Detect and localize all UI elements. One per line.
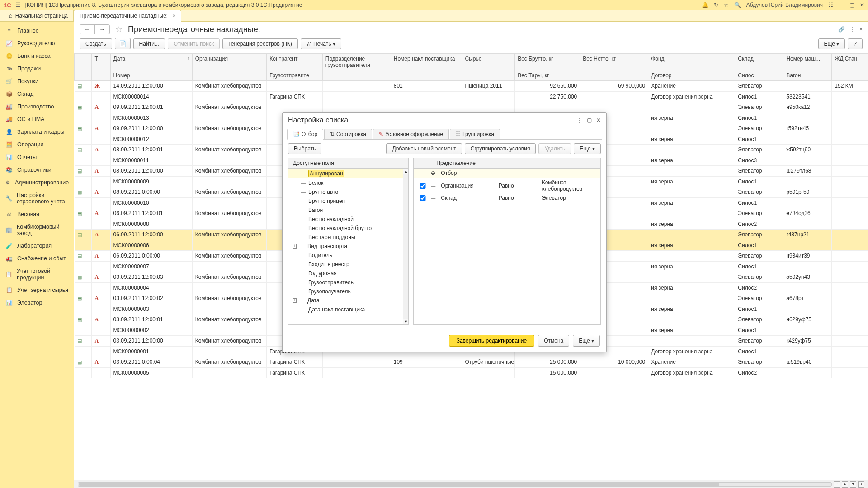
available-field[interactable]: —Вес по накладной брутто (288, 224, 403, 233)
more-icon[interactable]: ⋮ (849, 26, 855, 33)
col-subheader[interactable] (75, 70, 92, 81)
tab-grouping[interactable]: ☷ Группировка (450, 129, 500, 139)
col-header[interactable]: Номер маш... (783, 54, 832, 70)
footer-more-button[interactable]: Еще ▾ (573, 335, 600, 347)
col-subheader[interactable]: Вес Тары, кг (515, 70, 580, 81)
find-button[interactable]: Найти... (133, 38, 165, 49)
sidebar-item-2[interactable]: 🪙Банк и касса (0, 50, 74, 62)
col-header[interactable]: Вес Нетто, кг (580, 54, 648, 70)
close-window-icon[interactable]: ✕ (860, 2, 864, 8)
col-header[interactable]: Склад (735, 54, 783, 70)
col-subheader[interactable] (322, 70, 391, 81)
close-page-icon[interactable]: × (859, 26, 863, 33)
condition-row[interactable]: —СкладРавноЭлеватор (414, 193, 600, 202)
scroll-down-icon[interactable]: ▼ (850, 481, 856, 488)
sidebar-item-4[interactable]: 🛒Покупки (0, 75, 74, 88)
available-field[interactable]: —Дата накл поставщика (288, 305, 403, 314)
col-header[interactable] (75, 54, 92, 70)
settings-icon[interactable]: ☷ (828, 2, 833, 8)
condition-row[interactable]: —ОрганизацияРавноКомбинат хлебопродуктов (414, 178, 600, 193)
scroll-bottom-icon[interactable]: ⤓ (858, 481, 864, 488)
group-conditions-button[interactable]: Сгруппировать условия (465, 143, 536, 154)
more-button[interactable]: Еще ▾ (818, 38, 845, 49)
table-row-sub[interactable]: МСК00000005Гагарина СПК15 000,000Договор… (75, 368, 868, 378)
create-button[interactable]: Создать (80, 38, 112, 49)
print-button[interactable]: 🖨 Печать ▾ (301, 38, 341, 49)
expand-icon[interactable]: + (293, 298, 297, 303)
sidebar-item-7[interactable]: 🚚ОС и НМА (0, 113, 74, 126)
col-header[interactable]: Сырье (462, 54, 515, 70)
col-header[interactable]: ЖД Стан (832, 54, 868, 70)
sidebar-item-9[interactable]: 🧮Операции (0, 138, 74, 151)
scroll-top-icon[interactable]: ⤒ (834, 481, 840, 488)
table-row-sub[interactable]: МСК00000014Гагарина СПК22 750,000Договор… (75, 92, 868, 102)
available-field[interactable]: —Аннулирован (288, 169, 403, 178)
select-button[interactable]: Выбрать (288, 143, 321, 154)
available-field[interactable]: —Вес тары поддоны (288, 233, 403, 242)
tab-close-icon[interactable]: × (172, 13, 175, 19)
col-subheader[interactable] (832, 70, 868, 81)
col-subheader[interactable] (391, 70, 462, 81)
available-fields-list[interactable]: —Аннулирован—Белок—Брутто авто—Брутто пр… (288, 169, 403, 324)
sidebar-item-16[interactable]: 🧪Лаборатория (0, 239, 74, 252)
horizontal-scrollbar[interactable]: ⤒ ▲ ▼ ⤓ (74, 480, 868, 488)
delete-button[interactable]: Удалить (538, 143, 571, 154)
available-field[interactable]: —Брутто прицеп (288, 197, 403, 206)
available-field[interactable]: —Вес по накладной (288, 215, 403, 224)
condition-root[interactable]: ⊖Отбор (414, 169, 600, 178)
available-field[interactable]: +—Дата (288, 296, 403, 305)
history-icon[interactable]: ↻ (714, 2, 718, 8)
table-row[interactable]: ▤Ж14.09.2011 12:00:00Комбинат хлебопроду… (75, 81, 868, 92)
available-field[interactable]: —Брутто авто (288, 188, 403, 197)
sidebar-item-5[interactable]: 📦Склад (0, 88, 74, 100)
col-subheader[interactable]: Вагон (783, 70, 832, 81)
sidebar-item-19[interactable]: 📋Учет зерна и сырья (0, 284, 74, 296)
nav-back-icon[interactable]: ← (80, 25, 95, 34)
sidebar-item-13[interactable]: 🔧Настройки отраслевого учета (0, 189, 74, 208)
available-field[interactable]: —Вагон (288, 206, 403, 215)
tab-selection[interactable]: 📑 Отбор (287, 129, 323, 140)
cancel-find-button[interactable]: Отменить поиск (168, 38, 220, 49)
tab-invoices[interactable]: Приемо-передаточные накладные: × (74, 10, 181, 22)
available-field[interactable]: —Грузополучатель (288, 287, 403, 296)
sidebar-item-8[interactable]: 👤Зарплата и кадры (0, 126, 74, 138)
sidebar-item-18[interactable]: 📋Учет готовой продукции (0, 265, 74, 284)
sidebar-item-12[interactable]: ⚙Администрирование (0, 176, 74, 189)
col-subheader[interactable]: Грузоотправите (267, 70, 322, 81)
available-field[interactable]: —Грузоотправитель (288, 278, 403, 287)
col-header[interactable]: Контрагент (267, 54, 322, 70)
generate-button[interactable]: Генерация реестров (ПК) (222, 38, 298, 49)
col-header[interactable]: Дата↑ (110, 54, 192, 70)
sidebar-item-17[interactable]: 🚛Снабжение и сбыт (0, 252, 74, 265)
sidebar-item-20[interactable]: 📊Элеватор (0, 296, 74, 309)
sidebar-item-1[interactable]: 📈Руководителю (0, 37, 74, 50)
col-subheader[interactable]: Номер (110, 70, 192, 81)
scroll-up-icon[interactable]: ▲ (842, 481, 848, 488)
list-scrollbar[interactable]: ▲▼ (403, 169, 408, 324)
expand-icon[interactable]: + (293, 244, 297, 249)
col-subheader[interactable] (462, 70, 515, 81)
col-subheader[interactable] (192, 70, 267, 81)
dialog-maximize-icon[interactable]: ▢ (587, 117, 592, 123)
col-header[interactable]: Фонд (648, 54, 735, 70)
dialog-more-icon[interactable]: ⋮ (577, 117, 582, 123)
col-subheader[interactable] (580, 70, 648, 81)
sidebar-item-15[interactable]: 🏢Комбикормовый завод (0, 221, 74, 239)
star-icon[interactable]: ☆ (724, 2, 729, 8)
sidebar-item-14[interactable]: ⚖Весовая (0, 208, 74, 221)
available-field[interactable]: —Год урожая (288, 269, 403, 278)
finish-edit-button[interactable]: Завершить редактирование (449, 335, 535, 347)
table-row[interactable]: ▤А03.09.2011 0:00:04Комбинат хлебопродук… (75, 357, 868, 368)
col-header[interactable]: Т (92, 54, 110, 70)
available-field[interactable]: +—Вид транспорта (288, 242, 403, 251)
dialog-more-button[interactable]: Еще ▾ (574, 143, 601, 154)
available-field[interactable]: —Водитель (288, 251, 403, 260)
sidebar-item-0[interactable]: ≡Главное (0, 24, 74, 37)
col-subheader[interactable]: Договор (648, 70, 735, 81)
table-row[interactable]: ▤А09.09.2011 12:00:01Комбинат хлебопроду… (75, 102, 868, 113)
nav-forward-icon[interactable]: → (95, 25, 109, 34)
conditions-list[interactable]: ⊖Отбор —ОрганизацияРавноКомбинат хлебопр… (414, 169, 600, 324)
maximize-icon[interactable]: ▢ (849, 2, 854, 8)
minimize-icon[interactable]: — (839, 2, 844, 8)
user-name[interactable]: Абдулов Юрий Владимирович (746, 2, 823, 8)
